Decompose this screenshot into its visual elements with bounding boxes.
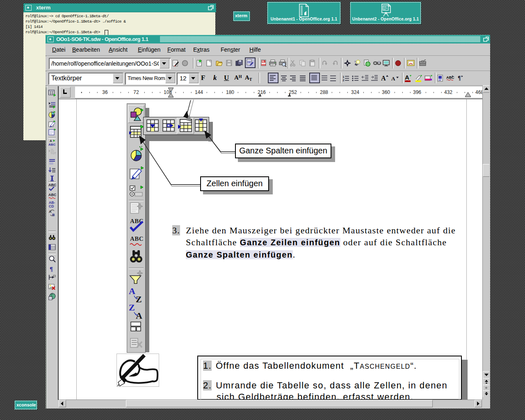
- svg-text:¶: ¶: [458, 75, 461, 81]
- svg-text:A: A: [391, 75, 395, 82]
- svg-text:¶: ¶: [50, 266, 53, 272]
- svg-text:ABC: ABC: [48, 143, 56, 146]
- svg-text:CD: CD: [49, 204, 54, 208]
- svg-text:TOT: TOT: [50, 152, 56, 155]
- svg-text:A: A: [381, 75, 386, 82]
- svg-text:2: 2: [342, 78, 345, 82]
- svg-text:A: A: [50, 139, 52, 143]
- svg-text:ABC: ABC: [48, 193, 56, 197]
- svg-text:A: A: [405, 74, 409, 81]
- svg-text:ABC: ABC: [48, 183, 56, 187]
